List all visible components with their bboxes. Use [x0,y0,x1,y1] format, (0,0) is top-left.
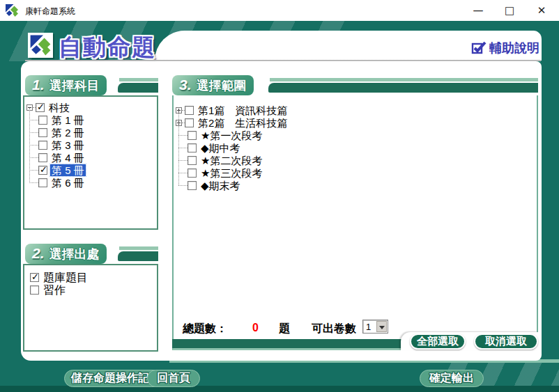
window-title: 康軒命題系統 [25,6,75,17]
option-label: 習作 [42,284,67,296]
section1-header: 1. 選擇科目 [25,75,107,95]
tree-item-exam[interactable]: ★第三次段考 [178,166,263,179]
app-window: 康軒命題系統 — □ ✕ 自動命題 輔助說明 1. 選擇科目 科技 [0,0,559,392]
tree-item-chapter[interactable]: 第1篇 資訊科技篇 [176,104,289,116]
tree-item-label: 第1篇 資訊科技篇 [197,104,289,116]
section3-bottom-bar [172,339,402,348]
tree-item-chapter[interactable]: 第2篇 生活科技篇 [176,116,289,129]
tree-item-label: 第 5 冊 [50,164,86,176]
tree-item-volume[interactable]: 第 4 冊 [29,151,86,164]
close-button[interactable]: ✕ [531,3,552,18]
dropdown-button[interactable] [376,321,387,332]
section1-bar-light [119,78,158,81]
tree-item-exam[interactable]: ◆期末考 [178,179,242,191]
tree-item-subject-root[interactable]: 科技 [26,101,71,113]
tree-connector [29,120,38,120]
subject-tree-box: 科技 第 1 冊 第 2 冊 第 3 冊 第 4 冊 第 5 冊 [23,95,158,230]
select-all-button[interactable]: 全部選取 [410,334,466,350]
checkbox[interactable] [38,128,47,137]
tree-connector [29,182,38,183]
section1-title: 選擇科目 [49,77,100,94]
checkbox[interactable] [187,143,197,152]
maximize-button[interactable]: □ [499,3,520,18]
checkbox[interactable] [38,166,47,175]
tree-item-label: 第 1 冊 [50,114,86,126]
total-questions-value: 0 [252,322,259,334]
kangxuan-logo-icon [5,3,19,17]
checkbox[interactable] [187,168,197,178]
checkbox[interactable] [38,116,47,125]
tree-item-volume[interactable]: 第 1 冊 [29,113,86,126]
tree-item-volume[interactable]: 第 6 冊 [29,176,86,189]
option-label: 題庫題目 [42,272,89,283]
deselect-button[interactable]: 取消選取 [474,334,538,350]
checkbox[interactable] [187,181,197,190]
checkbox[interactable] [38,153,47,162]
option-row[interactable]: 習作 [30,283,67,296]
tree-connector [178,148,187,148]
section2-bar-light [119,246,158,250]
confirm-output-button[interactable]: 確定輸出 [420,370,484,387]
section2-bar-dark [118,251,158,261]
section3-bar-light [270,78,538,81]
paper-count-value: 1 [366,322,371,332]
tree-connector [178,135,187,136]
checkbox[interactable] [36,103,45,112]
tree-connector [29,170,38,171]
page-title: 自動命題 [59,32,156,63]
checkbox[interactable] [187,131,197,140]
option-row[interactable]: 題庫題目 [30,271,89,283]
tree-item-volume-selected[interactable]: 第 5 冊 [29,164,86,176]
tree-connector-line [29,108,30,183]
tree-item-volume[interactable]: 第 2 冊 [29,126,86,139]
section3-number: 3. [179,77,192,93]
tree-item-volume[interactable]: 第 3 冊 [29,139,86,151]
section3-header: 3. 選擇範圍 [172,75,254,95]
section1-number: 1. [32,77,45,93]
tree-item-label: ◆期中考 [199,142,242,154]
tree-item-exam[interactable]: ◆期中考 [178,141,242,154]
checkbox[interactable] [38,178,47,187]
minimize-button[interactable]: — [468,3,489,18]
tree-connector [178,173,187,173]
tree-item-exam[interactable]: ★第一次段考 [178,129,263,141]
checkbox[interactable] [38,141,47,150]
tree-connector [29,132,38,133]
checkbox[interactable] [187,156,197,165]
section2-number: 2. [32,245,45,262]
section3-bar-dark [268,83,538,93]
checkbox[interactable] [185,118,194,127]
section2-title: 選擇出處 [49,246,100,262]
tree-item-label: 第 4 冊 [50,152,86,164]
checkbox[interactable] [30,273,39,282]
total-questions-label: 總題數： [183,322,227,336]
help-label: 輔助說明 [489,40,539,56]
tree-item-exam[interactable]: ★第二次段考 [178,154,263,166]
kangxuan-logo-icon [28,33,53,58]
header-divider [25,60,541,61]
tree-item-label: ★第一次段考 [199,130,263,141]
tree-item-label: ★第三次段考 [199,167,263,179]
window-title-bar: 康軒命題系統 — □ ✕ [0,0,559,21]
paper-count-dropdown[interactable]: 1 [362,320,388,334]
tree-connector [178,185,187,186]
checkbox[interactable] [30,285,39,295]
tree-item-label: 第2篇 生活科技篇 [197,117,289,129]
tree-connector [29,145,38,146]
tree-item-label: 第 3 冊 [50,139,86,151]
tree-connector-line [178,111,179,185]
tree-item-label: ★第二次段考 [199,155,263,166]
tree-item-label: 第 6 冊 [50,177,86,189]
section1-bar-dark [118,83,158,93]
dropdown-arrow-icon [379,326,385,329]
source-options-box: 題庫題目 習作 [23,264,158,352]
help-button[interactable]: 輔助說明 [471,40,539,56]
home-button[interactable]: 回首頁 [147,370,200,387]
range-tree-box: 第1篇 資訊科技篇 第2篇 生活科技篇 ★第一次段考 ◆期中考 ★第二次段考 ★… [172,95,538,350]
tree-item-label: ◆期末考 [199,180,242,191]
tree-connector [29,157,38,158]
tree-item-label: 第 2 冊 [50,127,86,139]
paper-count-label: 可出卷數 [312,322,356,336]
section2-header: 2. 選擇出處 [25,244,107,264]
checkbox[interactable] [185,106,194,115]
